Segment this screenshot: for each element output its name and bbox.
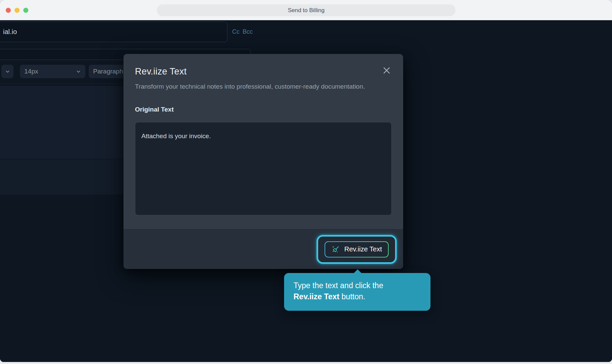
app-content: Cc Bcc 14px Paragraph Rev.iize Text Tran… — [0, 20, 612, 362]
close-dialog-button[interactable] — [382, 65, 392, 75]
tooltip-arrow-up-icon — [354, 269, 361, 273]
reviize-text-button[interactable]: Rev.iize Text — [325, 241, 389, 257]
toolbar-dropdown-partial[interactable] — [1, 65, 13, 78]
coachmark-highlight-ring: Rev.iize Text — [316, 235, 397, 264]
window-title-pill: Send to Billing — [157, 4, 455, 16]
reviize-text-button-label: Rev.iize Text — [344, 245, 382, 253]
cc-link[interactable]: Cc — [232, 28, 240, 35]
bcc-link[interactable]: Bcc — [243, 28, 253, 35]
tooltip-text: Type the text and click the Rev.iize Tex… — [284, 273, 430, 302]
font-size-select[interactable]: 14px — [20, 65, 85, 78]
original-text-input[interactable]: Attached is your invoice. — [135, 122, 392, 215]
coachmark-tooltip: Type the text and click the Rev.iize Tex… — [284, 273, 430, 311]
window-title: Send to Billing — [288, 7, 325, 14]
original-text-label: Original Text — [135, 105, 392, 114]
close-icon — [383, 66, 391, 74]
tooltip-bold-label: Rev.iize Text — [294, 292, 339, 301]
reviize-text-button-face: Rev.iize Text — [325, 242, 388, 257]
dialog-title: Rev.iize Text — [135, 65, 392, 78]
macos-titlebar: Send to Billing — [0, 0, 612, 20]
close-window-button[interactable] — [6, 8, 11, 13]
traffic-lights — [6, 0, 28, 20]
dialog-body: Rev.iize Text Transform your technical n… — [123, 54, 403, 229]
zoom-window-button[interactable] — [23, 8, 28, 13]
cc-bcc-links: Cc Bcc — [232, 22, 253, 42]
tooltip-rest: button. — [339, 292, 365, 301]
broom-sparkle-icon — [331, 245, 340, 254]
chevron-down-icon — [76, 69, 81, 74]
app-window: Send to Billing Cc Bcc 14px Paragraph Re… — [0, 0, 612, 362]
tooltip-line1: Type the text and click the — [294, 281, 383, 290]
chevron-down-icon — [5, 69, 10, 74]
reviize-text-dialog: Rev.iize Text Transform your technical n… — [123, 54, 403, 269]
minimize-window-button[interactable] — [15, 8, 20, 13]
font-size-value: 14px — [24, 68, 76, 75]
dialog-footer: Rev.iize Text — [123, 229, 403, 269]
dialog-subtitle: Transform your technical notes into prof… — [135, 82, 392, 91]
to-field[interactable] — [0, 22, 227, 42]
